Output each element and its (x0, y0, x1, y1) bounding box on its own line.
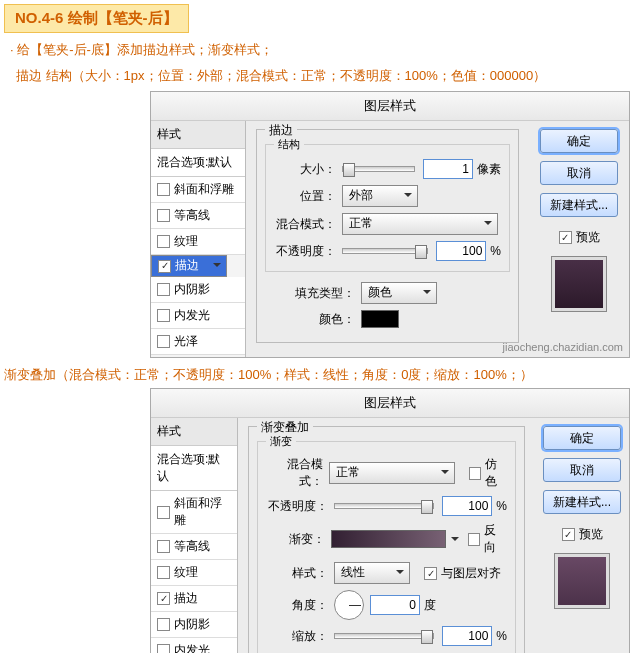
angle-label: 角度： (266, 597, 328, 614)
pct-label: % (496, 499, 507, 513)
new-style-button[interactable]: 新建样式... (543, 490, 621, 514)
ok-button[interactable]: 确定 (540, 129, 618, 153)
fill-type-label: 填充类型： (265, 285, 355, 302)
preview-swatch (551, 256, 607, 312)
opacity-slider[interactable] (334, 503, 434, 509)
checkbox-icon[interactable] (157, 592, 170, 605)
fill-type-select[interactable]: 颜色 (361, 282, 437, 304)
style-label: 纹理 (174, 564, 198, 581)
section-header: NO.4-6 绘制【笔夹-后】 (4, 4, 189, 33)
opacity-label: 不透明度： (266, 498, 328, 515)
opacity-input[interactable]: 100 (442, 496, 492, 516)
style-item-inner-glow[interactable]: 内发光 (151, 638, 237, 653)
sub-group-title: 结构 (274, 137, 304, 152)
watermark: jiaocheng.chazidian.com (503, 341, 623, 353)
angle-dial[interactable] (334, 590, 364, 620)
desc-line-2: 描边 结构（大小：1px；位置：外部；混合模式：正常；不透明度：100%；色值：… (0, 63, 631, 91)
pct-label: % (496, 629, 507, 643)
gradient-swatch[interactable] (331, 530, 446, 548)
angle-input[interactable]: 0 (370, 595, 420, 615)
cancel-button[interactable]: 取消 (540, 161, 618, 185)
style-item-inner-shadow[interactable]: 内阴影 (151, 277, 245, 303)
ok-button[interactable]: 确定 (543, 426, 621, 450)
checkbox-icon[interactable] (468, 533, 480, 546)
style-item-stroke[interactable]: 描边 (151, 586, 237, 612)
checkbox-icon[interactable] (157, 540, 170, 553)
style-label: 样式： (266, 565, 328, 582)
scale-label: 缩放： (266, 628, 328, 645)
checkbox-icon[interactable] (559, 231, 572, 244)
preview-label: 预览 (576, 229, 600, 246)
size-input[interactable]: 1 (423, 159, 473, 179)
checkbox-icon[interactable] (157, 309, 170, 322)
blend-mode-select[interactable]: 正常 (329, 462, 455, 484)
style-select[interactable]: 线性 (334, 562, 410, 584)
opacity-input[interactable]: 100 (436, 241, 486, 261)
color-label: 颜色： (265, 311, 355, 328)
blend-options-default[interactable]: 混合选项:默认 (151, 446, 237, 491)
slider-thumb-icon[interactable] (421, 630, 433, 644)
styles-list: 样式 混合选项:默认 斜面和浮雕 等高线 纹理 描边 内阴影 内发光 光泽 (151, 121, 246, 357)
position-label: 位置： (274, 188, 336, 205)
style-item-inner-glow[interactable]: 内发光 (151, 303, 245, 329)
style-item-contour[interactable]: 等高线 (151, 534, 237, 560)
style-label: 内发光 (174, 307, 210, 324)
desc-line-1: · 给【笔夹-后-底】添加描边样式；渐变样式； (0, 33, 631, 63)
deg-label: 度 (424, 597, 436, 614)
checkbox-icon[interactable] (157, 335, 170, 348)
dither-label: 仿色 (485, 456, 507, 490)
checkbox-icon[interactable] (157, 566, 170, 579)
checkbox-icon[interactable] (157, 209, 170, 222)
checkbox-icon[interactable] (469, 467, 481, 480)
new-style-button[interactable]: 新建样式... (540, 193, 618, 217)
style-label: 斜面和浮雕 (174, 181, 234, 198)
checkbox-icon[interactable] (157, 506, 170, 519)
checkbox-icon[interactable] (562, 528, 575, 541)
dialog-buttons: 确定 取消 新建样式... 预览 (535, 418, 629, 653)
style-item-bevel[interactable]: 斜面和浮雕 (151, 177, 245, 203)
style-item-contour[interactable]: 等高线 (151, 203, 245, 229)
size-slider[interactable] (342, 166, 415, 172)
checkbox-icon[interactable] (424, 567, 437, 580)
scale-slider[interactable] (334, 633, 434, 639)
layer-style-dialog-stroke: 图层样式 样式 混合选项:默认 斜面和浮雕 等高线 纹理 描边 内阴影 内发光 … (150, 91, 630, 358)
blend-mode-label: 混合模式： (266, 456, 323, 490)
style-label: 描边 (175, 258, 199, 272)
checkbox-icon[interactable] (157, 618, 170, 631)
position-select[interactable]: 外部 (342, 185, 418, 207)
style-label: 内阴影 (174, 281, 210, 298)
color-swatch[interactable] (361, 310, 399, 328)
styles-header[interactable]: 样式 (151, 121, 245, 149)
checkbox-icon[interactable] (157, 235, 170, 248)
opacity-slider[interactable] (342, 248, 428, 254)
scale-input[interactable]: 100 (442, 626, 492, 646)
style-item-inner-shadow[interactable]: 内阴影 (151, 612, 237, 638)
size-unit: 像素 (477, 161, 501, 178)
style-item-texture[interactable]: 纹理 (151, 560, 237, 586)
styles-list: 样式 混合选项:默认 斜面和浮雕 等高线 纹理 描边 内阴影 内发光 光泽 颜色… (151, 418, 238, 653)
blend-mode-select[interactable]: 正常 (342, 213, 498, 235)
style-item-stroke[interactable]: 描边 (151, 255, 227, 277)
style-label: 纹理 (174, 233, 198, 250)
layer-style-dialog-gradient: 图层样式 样式 混合选项:默认 斜面和浮雕 等高线 纹理 描边 内阴影 内发光 … (150, 388, 630, 653)
reverse-label: 反向 (484, 522, 507, 556)
cancel-button[interactable]: 取消 (543, 458, 621, 482)
checkbox-icon[interactable] (158, 260, 171, 273)
style-item-satin[interactable]: 光泽 (151, 329, 245, 355)
style-item-bevel[interactable]: 斜面和浮雕 (151, 491, 237, 534)
pct-label: % (490, 244, 501, 258)
checkbox-icon[interactable] (157, 283, 170, 296)
styles-header[interactable]: 样式 (151, 418, 237, 446)
opacity-label: 不透明度： (274, 243, 336, 260)
slider-thumb-icon[interactable] (415, 245, 427, 259)
style-label: 等高线 (174, 538, 210, 555)
desc-line-3: 渐变叠加（混合模式：正常；不透明度：100%；样式：线性；角度：0度；缩放：10… (0, 358, 631, 388)
blend-options-default[interactable]: 混合选项:默认 (151, 149, 245, 177)
slider-thumb-icon[interactable] (421, 500, 433, 514)
style-item-texture[interactable]: 纹理 (151, 229, 245, 255)
checkbox-icon[interactable] (157, 183, 170, 196)
checkbox-icon[interactable] (157, 644, 170, 653)
slider-thumb-icon[interactable] (343, 163, 355, 177)
dialog-buttons: 确定 取消 新建样式... 预览 (529, 121, 629, 357)
style-label: 斜面和浮雕 (174, 495, 231, 529)
